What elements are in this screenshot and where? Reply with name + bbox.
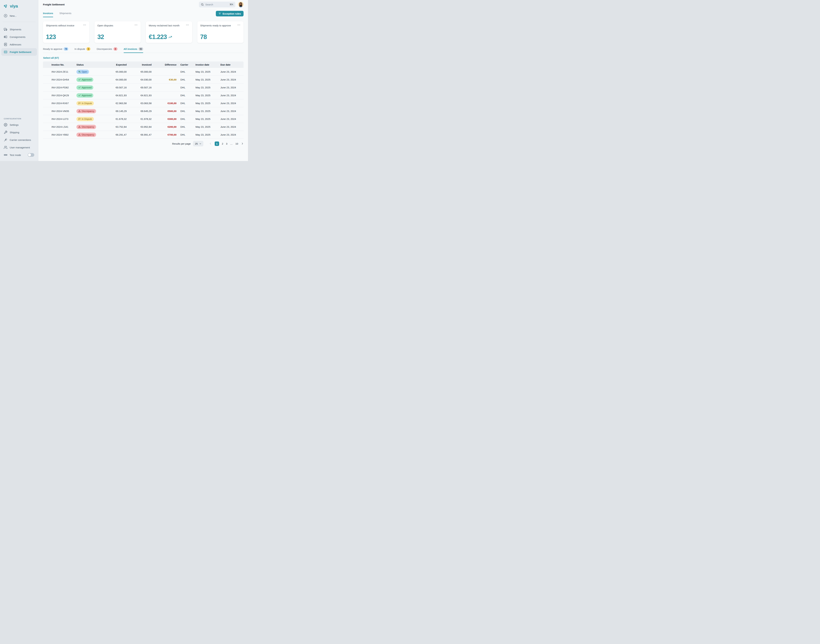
invoice-date-cell: May 23, 2025 — [193, 118, 218, 120]
table-row[interactable]: INV-2024-YB92 Discrepancy €6.291,47 €6.9… — [43, 131, 244, 139]
sidebar-item-test-mode[interactable]: Test mode — [1, 151, 37, 159]
table-row[interactable]: INV-2024-VM35 Discrepancy €8.145,29 €8.6… — [43, 107, 244, 115]
viya-logo[interactable]: viya — [0, 2, 38, 10]
invoice-date-cell: May 23, 2025 — [193, 126, 218, 128]
status-badge: In Dispute — [77, 117, 94, 121]
search-shortcut: ⌘K — [230, 3, 233, 6]
exception-rules-label: Exception rules — [223, 12, 241, 15]
sidebar-item-consignments[interactable]: Consignments — [1, 33, 37, 41]
search-box[interactable]: ⌘K — [199, 2, 235, 8]
table-row[interactable]: INV-2024-RX67 In Dispute €2.963,58 €3.06… — [43, 100, 244, 107]
page-button-3[interactable]: 3 — [226, 142, 227, 145]
invoice-date-cell: May 23, 2025 — [193, 102, 218, 104]
column-header-invoiced[interactable]: Invoiced — [129, 63, 154, 66]
exception-rules-button[interactable]: Exception rules — [216, 11, 244, 16]
page-title: Freight Settlement — [43, 3, 64, 6]
table-row[interactable]: INV-2024-UJ73 In Dispute €1.678,32 €1.97… — [43, 115, 244, 123]
filter-tabs: Ready to approve 78 In dispute 6 Discrep… — [43, 47, 244, 53]
sidebar-item-addresses[interactable]: Addresses — [1, 41, 37, 48]
filter-tab-in-dispute[interactable]: In dispute 6 — [74, 47, 91, 53]
chevron-left-icon[interactable] — [209, 142, 212, 145]
status-badge-label: Discrepancy — [82, 126, 94, 128]
carrier-cell: DHL — [178, 110, 193, 112]
invoice-number-cell: INV-2024-YB92 — [49, 133, 74, 136]
sidebar-item-freight-settlement[interactable]: Freight Settlement — [1, 48, 37, 56]
column-header-invoice-no[interactable]: Invoice No. — [49, 63, 74, 66]
due-date-cell: June 23, 2024 — [218, 133, 244, 136]
sidebar-item-carrier-connections[interactable]: Carrier connections — [1, 136, 37, 144]
column-header-expected[interactable]: Expected — [99, 63, 129, 66]
filter-tab-label: Ready to approve — [43, 48, 62, 50]
sidebar-config-group: CONFIGURATION Settings Shipping Carrier … — [0, 118, 38, 159]
tab-invoices[interactable]: Invoices — [43, 12, 53, 17]
search-input[interactable] — [205, 3, 228, 6]
chevron-right-icon[interactable] — [241, 142, 244, 145]
invoice-date-cell: May 23, 2025 — [193, 110, 218, 112]
table-row[interactable]: INV-2024-QK29 Approved €4.821,93 €4.821,… — [43, 92, 244, 100]
invoice-number-cell: INV-2024-GH54 — [49, 78, 74, 81]
avatar[interactable] — [238, 2, 244, 7]
filter-tab-ready-to-approve[interactable]: Ready to approve 78 — [43, 47, 68, 53]
filter-tab-label: In dispute — [74, 48, 85, 50]
tab-shipments[interactable]: Shipments — [59, 12, 71, 17]
sidebar-item-label: Shipping — [10, 131, 19, 134]
results-per-page-label: Results per page — [172, 142, 191, 145]
status-badge: Approved — [77, 93, 93, 98]
sidebar-item-new[interactable]: New... — [1, 12, 37, 20]
sidebar-item-label: Shipments — [10, 28, 21, 31]
test-mode-toggle[interactable] — [28, 153, 34, 157]
table-row[interactable]: INV-2024-GH54 Approved €4.000,00 €4.030,… — [43, 76, 244, 84]
sidebar-nav-group: Shipments Consignments Addresses Freight… — [0, 26, 38, 56]
stat-card-shipments-without-invoice: Shipments without invoice ⋯ 123 — [43, 21, 89, 43]
filter-tab-discrepancies[interactable]: Discrepancies 8 — [97, 47, 117, 53]
tabs: Invoices Shipments — [43, 12, 71, 17]
configuration-section-label: CONFIGURATION — [0, 118, 38, 121]
due-date-cell: June 23, 2024 — [218, 78, 244, 81]
page-button-2[interactable]: 2 — [222, 142, 223, 145]
carrier-cell: DHL — [178, 78, 193, 81]
column-header-carrier[interactable]: Carrier — [178, 63, 193, 66]
expected-cell: €2.963,58 — [99, 102, 129, 104]
gear-icon — [4, 123, 8, 127]
due-date-cell: June 23, 2024 — [218, 86, 244, 89]
table-row[interactable]: INV-2024-ZE11 Open €5.000,00 €5.000,00 — [43, 68, 244, 76]
sidebar-item-shipments[interactable]: Shipments — [1, 26, 37, 33]
column-header-difference[interactable]: Difference — [154, 63, 178, 66]
due-date-cell: June 23, 2024 — [218, 126, 244, 128]
invoice-number-cell: INV-2024-PD82 — [49, 86, 74, 89]
invoice-date-cell: May 23, 2025 — [193, 71, 218, 73]
ellipsis-menu-icon[interactable]: ⋯ — [83, 24, 86, 26]
wrench-icon — [4, 130, 8, 134]
ellipsis-menu-icon[interactable]: ⋯ — [135, 24, 138, 26]
difference-cell: €200,00 — [154, 126, 178, 128]
ellipsis-menu-icon[interactable]: ⋯ — [186, 24, 189, 26]
table-row[interactable]: INV-2024-LS41 Discrepancy €3.752,84 €3.9… — [43, 123, 244, 131]
sidebar-item-settings[interactable]: Settings — [1, 121, 37, 129]
stat-cards: Shipments without invoice ⋯ 123 Open dis… — [43, 21, 244, 43]
invoice-date-cell: May 23, 2025 — [193, 133, 218, 136]
filter-tab-all-invoices[interactable]: All invoices 92 — [124, 47, 143, 53]
table-row[interactable]: INV-2024-PD82 Approved €9.507,16 €9.507,… — [43, 84, 244, 92]
count-badge: 8 — [114, 47, 117, 51]
column-header-invoice-date[interactable]: Invoice date — [193, 63, 218, 66]
sidebar-item-label: Settings — [10, 123, 18, 126]
plus-circle-icon — [4, 14, 8, 18]
column-header-status[interactable]: Status — [74, 63, 99, 66]
column-header-due-date[interactable]: Due date — [218, 63, 244, 66]
invoiced-cell: €1.978,32 — [129, 118, 154, 120]
sidebar-item-shipping[interactable]: Shipping — [1, 129, 37, 136]
page-size-select[interactable]: 25 — [193, 141, 203, 146]
sidebar-item-user-management[interactable]: User management — [1, 144, 37, 151]
page-button-1[interactable]: 1 — [215, 141, 219, 146]
difference-cell: €700,00 — [154, 133, 178, 136]
due-date-cell: June 23, 2024 — [218, 110, 244, 112]
plug-connection-icon — [4, 138, 8, 142]
carrier-cell: DHL — [178, 126, 193, 128]
search-icon — [201, 3, 204, 6]
warning-triangle-icon — [78, 133, 81, 136]
page-button-10[interactable]: 10 — [235, 142, 238, 145]
ellipsis-menu-icon[interactable]: ⋯ — [237, 24, 241, 26]
expected-cell: €6.291,47 — [99, 133, 129, 136]
select-all-link[interactable]: Select all (67) — [43, 57, 59, 59]
invoice-table-body: INV-2024-ZE11 Open €5.000,00 €5.000,00 — [43, 68, 244, 139]
